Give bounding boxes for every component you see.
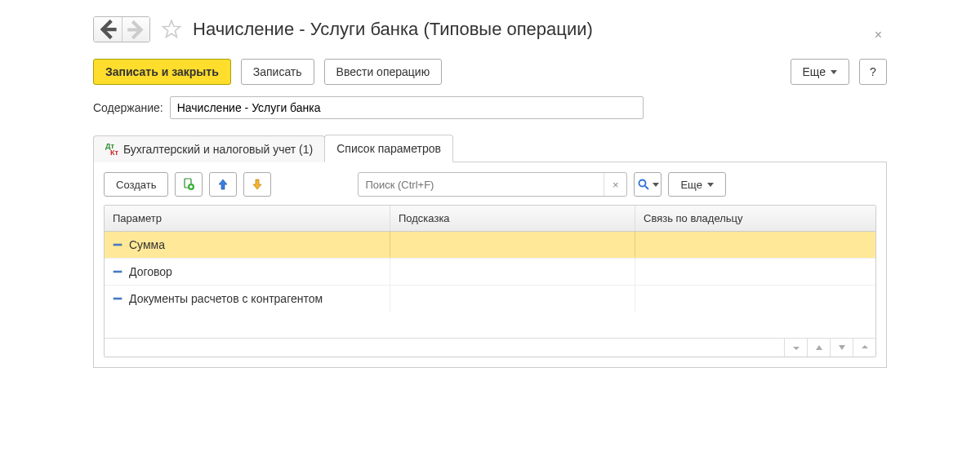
tab-accounting-label: Бухгалтерский и налоговый учет (1): [123, 143, 313, 156]
panel-more-button[interactable]: Еще: [668, 172, 725, 197]
td-hint: [390, 259, 635, 285]
save-button[interactable]: Записать: [241, 59, 314, 85]
th-owner[interactable]: Связь по владельцу: [635, 206, 875, 231]
document-plus-icon: [182, 178, 195, 191]
param-text: Договор: [129, 265, 172, 278]
arrow-up-icon: [216, 178, 229, 191]
svg-rect-5: [114, 298, 122, 299]
table-row[interactable]: Сумма: [105, 232, 875, 259]
th-hint[interactable]: Подсказка: [390, 206, 635, 231]
td-owner: [635, 232, 875, 258]
bar-up-icon: [792, 343, 800, 352]
search-input[interactable]: [359, 173, 604, 196]
td-owner: [635, 259, 875, 285]
td-param: Сумма: [105, 232, 390, 258]
content-label: Содержание:: [93, 101, 163, 114]
triangle-down-icon: [838, 343, 846, 352]
page-title: Начисление - Услуги банка (Типовые опера…: [193, 19, 593, 40]
bar-down-icon: [861, 343, 869, 352]
favorite-star-button[interactable]: [160, 18, 183, 41]
search-options-button[interactable]: [634, 172, 662, 197]
move-up-button[interactable]: [209, 172, 237, 197]
enter-operation-button[interactable]: Ввести операцию: [324, 59, 443, 85]
chevron-down-icon: [653, 183, 659, 187]
table-row[interactable]: Договор: [105, 259, 875, 286]
td-owner: [635, 286, 875, 312]
arrow-right-icon: [122, 16, 149, 42]
nav-back-button[interactable]: [94, 17, 122, 42]
magnifier-icon: [637, 178, 650, 191]
parameters-panel: Создать ×: [93, 162, 887, 368]
tab-parameters[interactable]: Список параметров: [324, 135, 453, 162]
dtkt-icon: ДтКт: [105, 143, 118, 156]
tab-parameters-label: Список параметров: [336, 142, 441, 155]
tabs: ДтКт Бухгалтерский и налоговый учет (1) …: [93, 134, 887, 162]
td-param: Договор: [105, 259, 390, 285]
more-button[interactable]: Еще: [791, 59, 850, 85]
add-button[interactable]: [175, 172, 203, 197]
pager-last[interactable]: [853, 339, 875, 357]
table-body: СуммаДоговорДокументы расчетов с контраг…: [105, 232, 875, 338]
td-hint: [390, 286, 635, 312]
tab-accounting[interactable]: ДтКт Бухгалтерский и налоговый учет (1): [93, 135, 325, 162]
create-button[interactable]: Создать: [104, 172, 168, 197]
nav-forward-button[interactable]: [122, 17, 149, 42]
td-param: Документы расчетов с контрагентом: [105, 286, 390, 312]
table-pager: [105, 338, 875, 357]
pager-first[interactable]: [784, 339, 807, 357]
parameter-icon: [113, 243, 122, 246]
svg-rect-4: [114, 271, 122, 273]
save-and-close-button[interactable]: Записать и закрыть: [93, 59, 231, 85]
chevron-down-icon: [707, 183, 714, 187]
table-header: Параметр Подсказка Связь по владельцу: [105, 206, 875, 232]
param-text: Документы расчетов с контрагентом: [129, 292, 323, 305]
content-field-row: Содержание:: [93, 96, 887, 119]
chevron-down-icon: [831, 70, 837, 74]
search-clear-button[interactable]: ×: [604, 173, 626, 196]
panel-more-label: Еще: [680, 179, 702, 191]
svg-rect-3: [114, 244, 122, 246]
move-down-button[interactable]: [243, 172, 271, 197]
search-box: ×: [358, 172, 627, 197]
header: Начисление - Услуги банка (Типовые опера…: [93, 16, 887, 42]
main-toolbar: Записать и закрыть Записать Ввести опера…: [93, 59, 887, 85]
svg-point-2: [639, 180, 645, 187]
more-label: Еще: [803, 65, 826, 78]
arrow-left-icon: [94, 16, 122, 42]
parameter-icon: [113, 270, 122, 273]
nav-buttons: [93, 16, 150, 42]
content-input[interactable]: [170, 96, 644, 119]
param-text: Сумма: [129, 238, 165, 251]
panel-toolbar: Создать ×: [104, 172, 876, 197]
help-button[interactable]: ?: [859, 59, 887, 85]
pager-down[interactable]: [830, 339, 853, 357]
star-icon: [161, 19, 182, 40]
parameters-table: Параметр Подсказка Связь по владельцу Су…: [104, 205, 876, 357]
pager-up[interactable]: [807, 339, 830, 357]
triangle-up-icon: [815, 343, 823, 352]
window-close-button[interactable]: ×: [875, 28, 882, 42]
th-param[interactable]: Параметр: [105, 206, 390, 231]
parameter-icon: [113, 297, 122, 300]
td-hint: [390, 232, 635, 258]
arrow-down-icon: [251, 178, 264, 191]
table-row[interactable]: Документы расчетов с контрагентом: [105, 286, 875, 312]
